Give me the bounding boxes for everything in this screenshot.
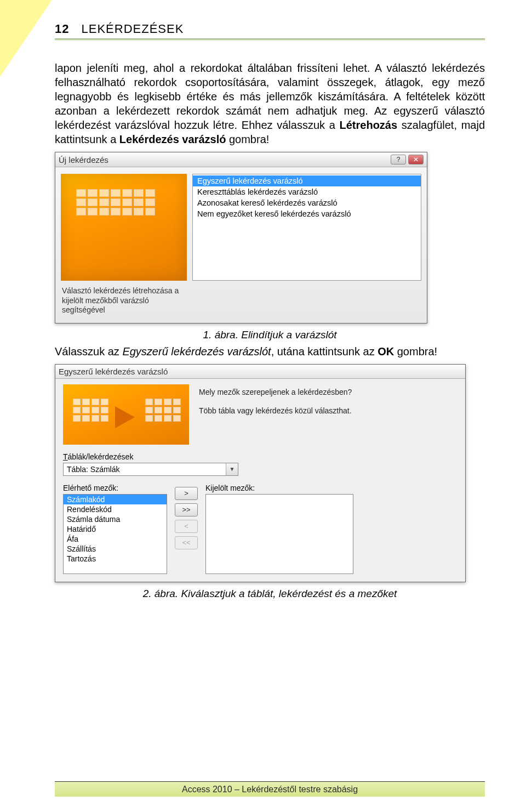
list-item[interactable]: Áfa: [64, 534, 167, 544]
tables-queries-label: TTáblák/lekérdezésekáblák/lekérdezések: [63, 452, 458, 461]
dialog2-body: Mely mezők szerepeljenek a lekérdezésben…: [55, 379, 465, 582]
option-find-duplicates[interactable]: Azonosakat kereső lekérdezés varázsló: [193, 197, 421, 208]
list-item[interactable]: Számla dátuma: [64, 514, 167, 524]
dialog1-titlebar: Új lekérdezés ? ✕: [55, 152, 427, 167]
wizard-options-list[interactable]: Egyszerű lekérdezés varázsló Kereszttábl…: [192, 174, 421, 281]
arrow-icon: [115, 406, 135, 428]
text-italic-simple-wizard: Egyszerű lekérdezés varázslót: [122, 345, 271, 357]
dialog2-instructions: Mely mezők szerepeljenek a lekérdezésben…: [199, 384, 458, 445]
selected-column: Kijelölt mezők:Kijelölt mezők:: [205, 484, 353, 574]
close-button[interactable]: ✕: [408, 155, 424, 164]
wizard-preview-image: [61, 174, 187, 281]
list-item[interactable]: Számlakód: [64, 495, 167, 504]
text-run: Válasszuk az: [55, 345, 122, 357]
dialog-simple-query-wizard: Egyszerű lekérdezés varázsló: [55, 364, 466, 582]
list-item[interactable]: Szállítás: [64, 544, 167, 554]
wizard-preview-image-2: [63, 384, 189, 445]
wizard-description: Választó lekérdezés létrehozása a kijelö…: [61, 281, 187, 315]
page-title: LEKÉRDEZÉSEK: [81, 22, 184, 36]
wizard-preview-panel: Választó lekérdezés létrehozása a kijelö…: [61, 174, 187, 315]
list-item[interactable]: Rendeléskód: [64, 504, 167, 514]
add-one-button[interactable]: >: [175, 487, 198, 500]
body-paragraph-2: Válasszuk az Egyszerű lekérdezés varázsl…: [55, 344, 485, 359]
text-bold-ok: OK: [378, 345, 394, 357]
add-all-button[interactable]: >>: [175, 503, 198, 516]
body-paragraph-1: lapon jeleníti meg, ahol a rekordokat ál…: [55, 61, 485, 146]
table-select-combo[interactable]: Tábla: Számlák ▼: [63, 463, 238, 476]
text-run: gombra!: [394, 345, 437, 357]
dialog-new-query: Új lekérdezés ? ✕ Választó lekérdezés lé…: [55, 152, 427, 323]
available-fields-list[interactable]: Számlakód Rendeléskód Számla dátuma Hatá…: [63, 494, 167, 574]
page-number: 12: [55, 22, 69, 36]
option-simple-query[interactable]: Egyszerű lekérdezés varázsló: [193, 175, 421, 186]
text-run: gombra!: [226, 133, 269, 145]
dialog2-titlebar: Egyszerű lekérdezés varázsló: [55, 365, 465, 379]
remove-all-button[interactable]: <<: [175, 536, 198, 549]
field-picker-row: Elérhető mezők:Elérhető mezők: Számlakód…: [63, 484, 458, 574]
page-footer: Access 2010 – Lekérdezéstől testre szabá…: [55, 781, 485, 797]
combo-value: Tábla: Számlák: [64, 465, 226, 474]
text-bold-lekerdezes-varazslo: Lekérdezés varázsló: [119, 133, 226, 145]
page-header: 12 LEKÉRDEZÉSEK: [55, 22, 485, 40]
window-buttons: ? ✕: [391, 155, 424, 164]
dialog2-title: Egyszerű lekérdezés varázsló: [59, 367, 462, 376]
chevron-down-icon[interactable]: ▼: [226, 463, 238, 475]
instruction-line-2: Több tábla vagy lekérdezés közül választ…: [199, 406, 458, 415]
available-fields-label: Elérhető mezők:Elérhető mezők:: [63, 484, 167, 492]
remove-one-button[interactable]: <: [175, 520, 198, 533]
figure-caption-1: 1. ábra. Elindítjuk a varázslót: [55, 329, 485, 341]
option-crosstab-query[interactable]: Kereszttáblás lekérdezés varázsló: [193, 186, 421, 197]
move-buttons-column: > >> < <<: [175, 484, 198, 549]
help-button[interactable]: ?: [391, 155, 406, 164]
list-item[interactable]: Tartozás: [64, 554, 167, 564]
dialog1-title: Új lekérdezés: [59, 155, 391, 164]
selected-fields-label: Kijelölt mezők:Kijelölt mezők:: [205, 484, 353, 492]
dialog1-body: Választó lekérdezés létrehozása a kijelö…: [55, 167, 427, 323]
decorative-corner: [0, 0, 52, 77]
list-item[interactable]: Határidő: [64, 524, 167, 534]
selected-fields-list[interactable]: [205, 494, 353, 574]
available-column: Elérhető mezők:Elérhető mezők: Számlakód…: [63, 484, 167, 574]
text-bold-letrehozas: Létrehozás: [340, 119, 398, 131]
dialog2-top-row: Mely mezők szerepeljenek a lekérdezésben…: [63, 384, 458, 445]
figure-caption-2: 2. ábra. Kiválasztjuk a táblát, lekérdez…: [55, 588, 485, 600]
option-find-unmatched[interactable]: Nem egyezőket kereső lekérdezés varázsló: [193, 208, 421, 219]
text-run: , utána kattintsunk az: [271, 345, 378, 357]
instruction-line-1: Mely mezők szerepeljenek a lekérdezésben…: [199, 388, 458, 396]
page: 12 LEKÉRDEZÉSEK lapon jeleníti meg, ahol…: [0, 0, 526, 812]
